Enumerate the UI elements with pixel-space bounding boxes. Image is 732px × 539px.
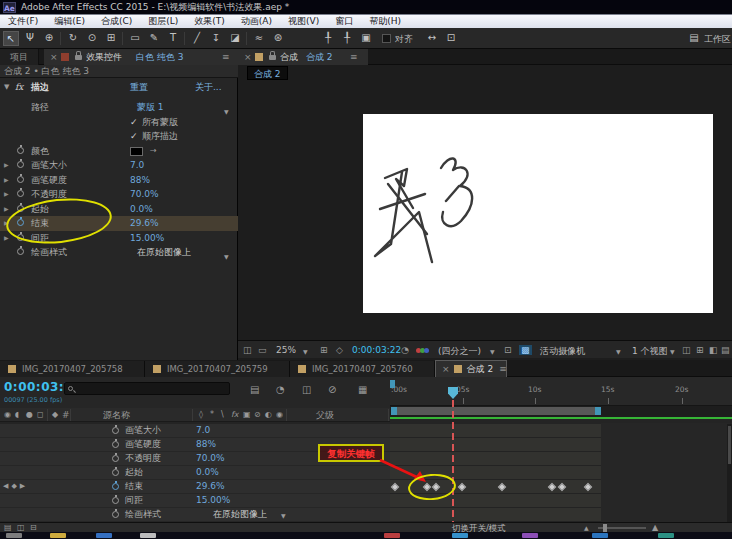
roto-brush-tool-icon[interactable] — [251, 31, 267, 46]
chevron-down-icon[interactable] — [281, 512, 286, 519]
taskbar-icon[interactable] — [50, 533, 66, 538]
property-value[interactable]: 7.0 — [196, 424, 210, 437]
checkbox-label[interactable]: 顺序描边 — [142, 129, 178, 144]
workspace-label[interactable]: 工作区 — [704, 33, 732, 46]
motion-blur-icon[interactable] — [358, 385, 367, 395]
camera-tool-icon[interactable] — [84, 31, 100, 46]
resolution-dropdown[interactable]: (四分之一) — [438, 345, 481, 358]
taskbar-icon[interactable] — [452, 533, 468, 538]
property-value[interactable]: 88% — [130, 173, 150, 188]
property-value[interactable]: 0.0% — [196, 466, 219, 479]
timeline-tab-img1[interactable]: IMG_20170407_205758 — [0, 361, 145, 377]
chevron-down-icon[interactable] — [616, 348, 621, 355]
property-value[interactable]: 0.0% — [130, 202, 153, 217]
selection-tool-icon[interactable] — [3, 31, 19, 46]
paint-style-dropdown[interactable]: 在原始图像上 — [213, 508, 267, 521]
keyframe-diamond[interactable] — [584, 483, 592, 491]
zoom-slider-thumb[interactable] — [603, 524, 607, 532]
menu-item-3[interactable]: 图层(L) — [140, 15, 186, 28]
expand-render-time-icon[interactable] — [17, 524, 25, 532]
solo-icon[interactable] — [26, 411, 33, 419]
flowchart-icon[interactable] — [243, 345, 252, 355]
region-of-interest-icon[interactable] — [504, 345, 512, 355]
fast-preview-icon[interactable] — [696, 345, 704, 355]
timeline-search-input[interactable] — [64, 382, 230, 395]
about-button[interactable]: 关于... — [195, 80, 222, 95]
close-icon[interactable]: × — [50, 49, 58, 65]
work-area-end-handle[interactable] — [595, 407, 601, 415]
property-value[interactable]: 88% — [196, 438, 216, 451]
stopwatch-icon[interactable] — [112, 441, 119, 448]
lock-icon[interactable] — [75, 55, 82, 60]
taskbar-icon[interactable] — [658, 533, 674, 538]
checkbox-checked-icon[interactable]: ✓ — [130, 115, 138, 130]
stopwatch-icon-active[interactable] — [112, 483, 119, 490]
twirl-icon[interactable] — [4, 206, 9, 212]
stopwatch-icon[interactable] — [17, 147, 24, 154]
chevron-down-icon[interactable] — [303, 348, 308, 355]
comp-mini-flowchart-icon[interactable] — [250, 385, 259, 395]
path-dropdown[interactable]: 蒙版 1 — [137, 100, 164, 115]
stopwatch-icon[interactable] — [17, 161, 24, 168]
menu-item-8[interactable]: 帮助(H) — [361, 15, 409, 28]
zoom-tool-icon[interactable] — [41, 31, 57, 46]
stopwatch-icon[interactable] — [112, 427, 119, 434]
puppet-pin-tool-icon[interactable] — [270, 31, 286, 46]
stopwatch-icon[interactable] — [112, 497, 119, 504]
twirl-icon[interactable] — [4, 191, 9, 197]
expand-transfer-icon[interactable] — [30, 524, 37, 532]
close-icon[interactable]: × — [244, 49, 252, 65]
checkbox-checked-icon[interactable]: ✓ — [130, 129, 138, 144]
eraser-tool-icon[interactable] — [227, 31, 243, 46]
menu-item-6[interactable]: 视图(V) — [280, 15, 327, 28]
snap-checkbox[interactable] — [382, 34, 391, 43]
preview-monitor-icon[interactable] — [258, 345, 267, 355]
hand-tool-icon[interactable] — [22, 31, 38, 46]
property-value[interactable]: 70.0% — [130, 187, 159, 202]
taskbar-icon[interactable] — [384, 533, 400, 538]
keyframe-diamond[interactable] — [548, 483, 556, 491]
taskbar-icon[interactable] — [140, 533, 156, 538]
shape-tool-icon[interactable] — [127, 31, 143, 46]
twirl-icon[interactable] — [4, 235, 9, 241]
comp-flowchart-icon[interactable] — [721, 345, 730, 355]
panel-menu-icon[interactable]: ≡ — [499, 364, 507, 374]
property-value[interactable]: 29.6% — [130, 216, 159, 231]
menu-item-5[interactable]: 动画(A) — [233, 15, 280, 28]
menu-item-1[interactable]: 编辑(E) — [46, 15, 93, 28]
project-tab[interactable]: 项目 — [0, 49, 39, 65]
frame-blending-icon[interactable] — [328, 385, 336, 395]
eye-icon[interactable] — [4, 411, 11, 419]
snap-grid-icon[interactable] — [443, 31, 459, 46]
taskbar-icon[interactable] — [592, 533, 608, 538]
keyframe-navigator[interactable]: ◀◆▶ — [3, 480, 28, 493]
pen-tool-icon[interactable] — [146, 31, 162, 46]
menu-item-7[interactable]: 窗口 — [327, 15, 361, 28]
taskbar-icon[interactable] — [522, 533, 538, 538]
effect-controls-tab[interactable]: × 效果控件 白色 纯色 3 ≡ — [44, 49, 238, 65]
magnification-dropdown[interactable]: 25% — [276, 345, 296, 355]
checkbox-label[interactable]: 所有蒙版 — [142, 115, 178, 130]
property-value[interactable]: 29.6% — [196, 480, 225, 493]
expand-in-out-icon[interactable] — [4, 524, 12, 532]
parent-column[interactable]: 父级 — [316, 408, 334, 422]
time-ruler[interactable]: :00s 05s 10s 15s 20s — [390, 377, 732, 406]
stopwatch-icon[interactable] — [17, 248, 24, 255]
viewer-timecode[interactable]: 0:00:03:22 — [352, 345, 401, 355]
timeline-button-icon[interactable] — [709, 345, 718, 355]
timeline-scrollbar[interactable] — [727, 424, 732, 522]
twirl-icon[interactable] — [4, 162, 9, 168]
property-value[interactable]: 15.00% — [130, 231, 164, 246]
eyedropper-icon[interactable] — [150, 147, 157, 155]
stopwatch-icon[interactable] — [17, 176, 24, 183]
workspace-icon[interactable] — [686, 31, 702, 46]
property-value[interactable]: 70.0% — [196, 452, 225, 465]
text-tool-icon[interactable] — [165, 31, 181, 46]
work-area-start-handle[interactable] — [391, 407, 397, 415]
chevron-down-icon[interactable] — [490, 348, 495, 355]
panel-menu-icon[interactable]: ≡ — [222, 49, 230, 65]
snapshot-camera-icon[interactable] — [401, 345, 409, 355]
panel-menu-icon[interactable]: ≡ — [350, 49, 358, 65]
keyframe-diamond[interactable] — [558, 483, 566, 491]
color-swatch[interactable] — [130, 147, 143, 156]
